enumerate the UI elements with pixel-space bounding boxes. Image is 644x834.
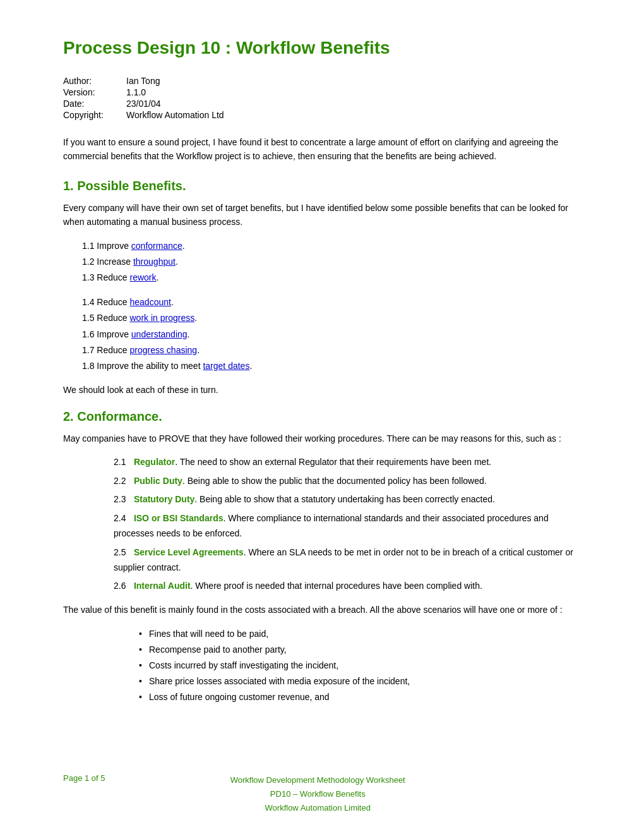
footer-line-2: PD10 – Workflow Benefits (105, 787, 531, 801)
items-group-1: 1.1 Improve conformance. 1.2 Increase th… (82, 238, 581, 286)
intro-paragraph: If you want to ensure a sound project, I… (63, 135, 581, 164)
item-2-6: 2.6 Internal Audit. Where proof is neede… (114, 579, 581, 594)
list-item-1-4: 1.4 Reduce headcount. (82, 294, 581, 310)
item-2-5-bold: Service Level Agreements (134, 547, 244, 557)
list-item-1-3: 1.3 Reduce rework. (82, 270, 581, 286)
page-number: Page 1 of 5 (63, 773, 105, 783)
section-1: 1. Possible Benefits. Every company will… (63, 179, 581, 397)
footer: Page 1 of 5 Workflow Development Methodo… (63, 773, 581, 815)
understanding-link[interactable]: understanding (131, 329, 188, 339)
item-2-1-bold: Regulator (134, 457, 175, 467)
section-1-intro: Every company will have their own set of… (63, 201, 581, 229)
rework-link[interactable]: rework (130, 272, 157, 282)
section-2-intro: May companies have to PROVE that they ha… (63, 432, 581, 445)
footer-center: Workflow Development Methodology Workshe… (105, 773, 531, 815)
bullet-item-5: Loss of future ongoing customer revenue,… (139, 689, 581, 705)
section-2: 2. Conformance. May companies have to PR… (63, 409, 581, 705)
date-label: Date: (63, 99, 126, 109)
copyright-label: Copyright: (63, 110, 126, 120)
item-2-3-bold: Statutory Duty (134, 494, 194, 504)
list-item-1-7: 1.7 Reduce progress chasing. (82, 342, 581, 358)
author-value: Ian Tong (126, 76, 160, 86)
date-value: 23/01/04 (126, 99, 161, 109)
item-2-6-bold: Internal Audit (134, 581, 191, 591)
item-2-2-bold: Public Duty (134, 476, 182, 486)
list-item-1-1: 1.1 Improve conformance. (82, 238, 581, 254)
list-item-1-6: 1.6 Improve understanding. (82, 327, 581, 342)
work-in-progress-link[interactable]: work in progress (130, 313, 195, 323)
conformance-link[interactable]: conformance (131, 241, 182, 251)
list-item-1-5: 1.5 Reduce work in progress. (82, 310, 581, 326)
headcount-link[interactable]: headcount (130, 297, 171, 307)
bullet-item-4: Share price losses associated with media… (139, 674, 581, 689)
copyright-value: Workflow Automation Ltd (126, 110, 224, 120)
item-2-4-bold: ISO or BSI Standards (134, 513, 224, 523)
page-title: Process Design 10 : Workflow Benefits (63, 38, 581, 58)
page-container: Process Design 10 : Workflow Benefits Au… (0, 0, 644, 834)
item-2-2: 2.2 Public Duty. Being able to show the … (114, 474, 581, 489)
footer-line-3: Workflow Automation Limited (105, 801, 531, 815)
progress-chasing-link[interactable]: progress chasing (130, 345, 198, 355)
item-2-1: 2.1 Regulator. The need to show an exter… (114, 455, 581, 470)
section-2-items: 2.1 Regulator. The need to show an exter… (114, 455, 581, 594)
items-group-2: 1.4 Reduce headcount. 1.5 Reduce work in… (82, 294, 581, 374)
section-1-heading: 1. Possible Benefits. (63, 179, 581, 193)
version-label: Version: (63, 87, 126, 97)
meta-date-row: Date: 23/01/04 (63, 99, 581, 109)
footer-line-1: Workflow Development Methodology Workshe… (105, 773, 531, 787)
section-2-heading: 2. Conformance. (63, 409, 581, 424)
version-value: 1.1.0 (126, 87, 146, 97)
item-2-3: 2.3 Statutory Duty. Being able to show t… (114, 492, 581, 507)
throughput-link[interactable]: throughput (133, 257, 176, 267)
item-2-5: 2.5 Service Level Agreements. Where an S… (114, 545, 581, 576)
list-group-2: 1.4 Reduce headcount. 1.5 Reduce work in… (63, 294, 581, 374)
target-dates-link[interactable]: target dates (203, 361, 249, 371)
author-label: Author: (63, 76, 126, 86)
bullet-item-1: Fines that will need to be paid, (139, 626, 581, 642)
list-item-1-2: 1.2 Increase throughput. (82, 254, 581, 270)
bullet-list: Fines that will need to be paid, Recompe… (139, 626, 581, 706)
item-2-4: 2.4 ISO or BSI Standards. Where complian… (114, 511, 581, 541)
bullet-item-2: Recompense paid to another party, (139, 642, 581, 658)
meta-author-row: Author: Ian Tong (63, 76, 581, 86)
meta-table: Author: Ian Tong Version: 1.1.0 Date: 23… (63, 76, 581, 120)
bullet-item-3: Costs incurred by staff investigating th… (139, 658, 581, 674)
list-item-1-8: 1.8 Improve the ability to meet target d… (82, 358, 581, 374)
section-1-closing: We should look at each of these in turn. (63, 383, 581, 397)
section-2-value-text: The value of this benefit is mainly foun… (63, 603, 581, 617)
meta-copyright-row: Copyright: Workflow Automation Ltd (63, 110, 581, 120)
meta-version-row: Version: 1.1.0 (63, 87, 581, 97)
list-group-1: 1.1 Improve conformance. 1.2 Increase th… (63, 238, 581, 286)
